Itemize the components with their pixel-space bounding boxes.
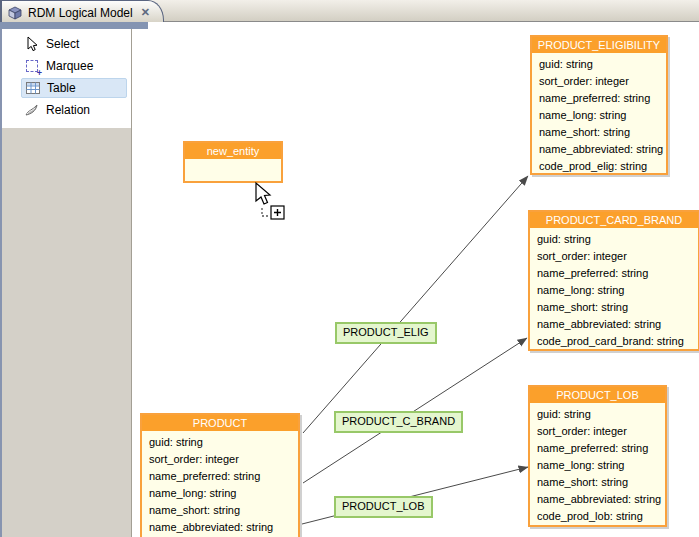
entity-field-list: guid: string sort_order: integer name_pr… (530, 404, 665, 525)
entity-field[interactable]: name_abbreviated: string (532, 141, 666, 158)
relation-label-product-lob[interactable]: PRODUCT_LOB (334, 496, 433, 518)
entity-field[interactable]: sort_order: integer (142, 451, 298, 468)
tab-keyline (0, 22, 148, 29)
entity-field[interactable]: name_abbreviated: string (142, 519, 298, 536)
entity-new-entity[interactable]: new_entity (183, 141, 283, 183)
entity-title[interactable]: new_entity (185, 143, 281, 160)
table-grid-icon (25, 80, 41, 96)
entity-product[interactable]: PRODUCT guid: string sort_order: integer… (140, 413, 300, 537)
relation-label-product-c-brand[interactable]: PRODUCT_C_BRAND (334, 411, 463, 433)
entity-field[interactable]: code_prod_elig: string (532, 158, 666, 175)
entity-field-list: guid: string sort_order: integer name_pr… (142, 432, 298, 536)
entity-field[interactable]: name_long: string (530, 282, 698, 299)
entity-field[interactable]: name_short: string (142, 502, 298, 519)
entity-field[interactable]: sort_order: integer (530, 423, 665, 440)
entity-field[interactable]: guid: string (142, 434, 298, 451)
entity-field[interactable]: name_long: string (142, 485, 298, 502)
tool-palette: Select + Marquee Table (2, 29, 131, 537)
entity-title[interactable]: PRODUCT_CARD_BRAND (530, 212, 698, 229)
entity-product-lob[interactable]: PRODUCT_LOB guid: string sort_order: int… (528, 385, 667, 527)
diagram-canvas[interactable]: new_entity PRODUCT_ELIGIBILITY guid: str… (132, 29, 699, 537)
tool-label: Select (46, 37, 79, 51)
editor-window: RDM Logical Model ✕ Select + Marquee (0, 0, 699, 537)
entity-field[interactable]: name_abbreviated: string (530, 491, 665, 508)
relation-icon (24, 102, 40, 118)
entity-field[interactable]: guid: string (530, 231, 698, 248)
palette-tool-marquee[interactable]: + Marquee (21, 56, 127, 76)
entity-title[interactable]: PRODUCT_LOB (530, 387, 665, 404)
entity-product-eligibility[interactable]: PRODUCT_ELIGIBILITY guid: string sort_or… (530, 35, 668, 175)
cursor-arrow-icon (24, 36, 40, 52)
tab-close-icon[interactable]: ✕ (139, 6, 152, 19)
relation-line-product-elig[interactable] (303, 176, 528, 433)
palette-tool-select[interactable]: Select (21, 34, 127, 54)
frame-left-border (0, 22, 2, 537)
relation-label-product-elig[interactable]: PRODUCT_ELIG (335, 322, 437, 344)
palette-tool-relation[interactable]: Relation (21, 100, 127, 120)
entity-field[interactable]: name_long: string (530, 457, 665, 474)
tool-label: Relation (46, 103, 90, 117)
entity-field[interactable]: name_short: string (530, 299, 698, 316)
entity-field-list: guid: string sort_order: integer name_pr… (530, 229, 698, 350)
palette-tool-group: Select + Marquee Table (2, 29, 131, 128)
marquee-icon: + (24, 58, 40, 74)
tool-label: Marquee (46, 59, 93, 73)
entity-field[interactable]: name_abbreviated: string (530, 316, 698, 333)
entity-field[interactable]: name_preferred: string (532, 90, 666, 107)
add-entity-cursor (252, 181, 296, 225)
tool-label: Table (47, 81, 76, 95)
tab-title: RDM Logical Model (28, 6, 133, 20)
entity-field-list (185, 160, 281, 162)
table-model-icon (7, 5, 23, 21)
entity-field[interactable]: name_preferred: string (142, 468, 298, 485)
entity-field-list: guid: string sort_order: integer name_pr… (532, 54, 666, 175)
entity-title[interactable]: PRODUCT (142, 415, 298, 432)
editor-tab[interactable]: RDM Logical Model ✕ (0, 0, 164, 22)
entity-field[interactable]: sort_order: integer (532, 73, 666, 90)
entity-field[interactable]: name_long: string (532, 107, 666, 124)
entity-field[interactable]: sort_order: integer (530, 248, 698, 265)
entity-product-card-brand[interactable]: PRODUCT_CARD_BRAND guid: string sort_ord… (528, 210, 699, 351)
entity-field[interactable]: name_short: string (532, 124, 666, 141)
entity-title[interactable]: PRODUCT_ELIGIBILITY (532, 37, 666, 54)
entity-field[interactable]: name_preferred: string (530, 265, 698, 282)
entity-field[interactable]: code_prod_card_brand: string (530, 333, 698, 350)
palette-tool-table[interactable]: Table (21, 78, 127, 98)
entity-field[interactable]: guid: string (530, 406, 665, 423)
entity-field[interactable]: name_preferred: string (530, 440, 665, 457)
entity-field[interactable]: guid: string (532, 56, 666, 73)
entity-field[interactable]: name_short: string (530, 474, 665, 491)
entity-field[interactable]: code_prod_lob: string (530, 508, 665, 525)
